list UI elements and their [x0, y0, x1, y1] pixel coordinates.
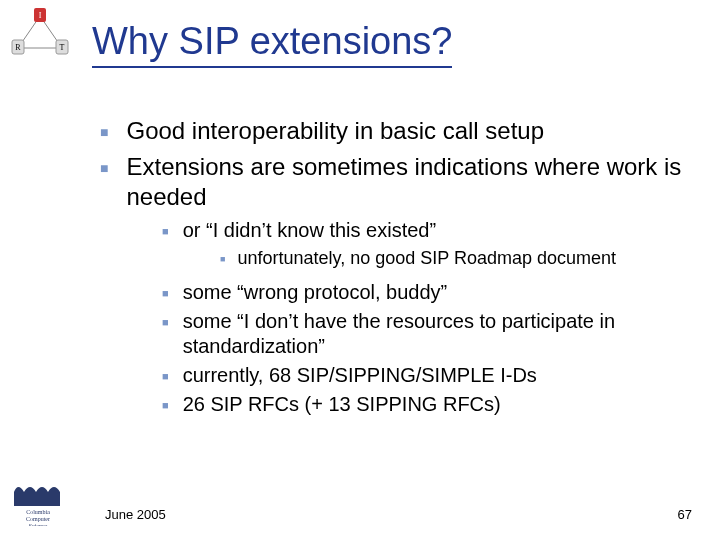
footer-date: June 2005: [105, 507, 166, 522]
bullet-level2: ■ some “wrong protocol, buddy”: [162, 280, 690, 305]
page-number: 67: [678, 507, 692, 522]
slide: I R T Why SIP extensions? ■ Good interop…: [0, 0, 720, 540]
bullet-level2: ■ 26 SIP RFCs (+ 13 SIPPING RFCs): [162, 392, 690, 417]
bullet-text: some “I don’t have the resources to part…: [183, 309, 690, 359]
bullet-level3: ■ unfortunately, no good SIP Roadmap doc…: [220, 247, 690, 270]
square-bullet-icon: ■: [162, 316, 169, 359]
irt-t: T: [60, 43, 65, 52]
svg-text:Columbia: Columbia: [26, 509, 50, 515]
square-bullet-icon: ■: [220, 254, 225, 270]
square-bullet-icon: ■: [162, 399, 169, 417]
irt-logo-icon: I R T: [10, 6, 70, 58]
bullet-text: Good interoperability in basic call setu…: [126, 116, 690, 146]
bullet-level2: ■ or “I didn’t know this existed”: [162, 218, 690, 243]
square-bullet-icon: ■: [162, 370, 169, 388]
irt-i: I: [39, 11, 42, 20]
square-bullet-icon: ■: [100, 160, 108, 212]
bullet-text: currently, 68 SIP/SIPPING/SIMPLE I-Ds: [183, 363, 690, 388]
square-bullet-icon: ■: [100, 124, 108, 146]
svg-text:Computer: Computer: [26, 516, 50, 522]
bullet-level2: ■ some “I don’t have the resources to pa…: [162, 309, 690, 359]
bullet-text: some “wrong protocol, buddy”: [183, 280, 690, 305]
bullet-level1: ■ Extensions are sometimes indications w…: [100, 152, 690, 212]
slide-title: Why SIP extensions?: [92, 22, 452, 68]
bullet-text: Extensions are sometimes indications whe…: [126, 152, 690, 212]
square-bullet-icon: ■: [162, 287, 169, 305]
square-bullet-icon: ■: [162, 225, 169, 243]
bullet-level1: ■ Good interoperability in basic call se…: [100, 116, 690, 146]
slide-body: ■ Good interoperability in basic call se…: [100, 110, 690, 421]
columbia-crown-icon: Columbia Computer Science: [8, 474, 68, 526]
svg-text:Science: Science: [29, 523, 48, 526]
bullet-text: or “I didn’t know this existed”: [183, 218, 690, 243]
bullet-text: 26 SIP RFCs (+ 13 SIPPING RFCs): [183, 392, 690, 417]
irt-r: R: [15, 43, 21, 52]
bullet-text: unfortunately, no good SIP Roadmap docum…: [237, 247, 690, 270]
bullet-level2: ■ currently, 68 SIP/SIPPING/SIMPLE I-Ds: [162, 363, 690, 388]
svg-rect-6: [14, 500, 60, 506]
